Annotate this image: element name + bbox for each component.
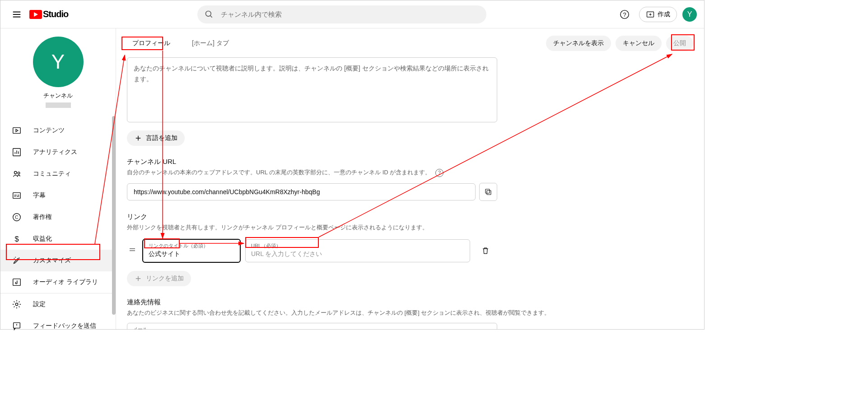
copyright-icon: C [11,212,22,223]
sidebar-item-settings[interactable]: 設定 [0,293,116,315]
logo-text: Studio [43,9,68,19]
monetization-icon: $ [11,233,22,244]
main-content: プロフィール [ホーム] タブ チャンネルを表示 キャンセル 公開 あなたのチャ… [116,28,704,329]
help-button[interactable]: ? [616,5,634,23]
hamburger-menu[interactable] [8,5,26,23]
copy-icon [484,188,492,196]
audio-library-icon [11,277,22,288]
sidebar-item-analytics[interactable]: アナリティクス [0,141,116,163]
sidebar-item-audio-library[interactable]: オーディオ ライブラリ [0,271,116,293]
svg-text:C: C [15,215,18,220]
search-box[interactable] [197,5,486,23]
customize-icon [11,255,22,266]
help-icon[interactable]: ? [435,169,443,177]
sidebar-item-customize[interactable]: カスタマイズ [0,250,116,271]
links-title: リンク [127,213,693,221]
link-url-placeholder: URL を入力してください [251,250,464,259]
link-title-value: 公式サイト [149,250,234,259]
svg-text:?: ? [623,11,626,18]
sidebar: Y チャンネル コンテンツ アナリティクス コミュニティ [0,28,116,329]
plus-icon [134,134,142,142]
contact-title: 連絡先情報 [127,298,693,307]
sidebar-item-feedback[interactable]: フィードバックを送信 [0,315,116,337]
create-label: 作成 [658,10,670,19]
svg-rect-4 [13,128,21,134]
cancel-button[interactable]: キャンセル [616,36,662,51]
view-channel-button[interactable]: チャンネルを表示 [546,36,611,51]
link-title-input[interactable]: リンクのタイトル（必須） 公式サイト [142,239,241,263]
channel-url-desc: 自分のチャンネルの本来のウェブアドレスです。URL の末尾の英数字部分に、一意の… [127,168,693,177]
create-icon [646,10,655,19]
trash-icon [481,246,490,255]
link-url-label: URL（必須） [251,242,464,249]
channel-url-title: チャンネル URL [127,158,693,166]
copy-url-button[interactable] [479,183,497,201]
svg-rect-14 [13,279,21,286]
tab-profile[interactable]: プロフィール [127,35,176,52]
gear-icon [11,299,22,310]
drag-handle-icon[interactable] [127,246,138,256]
add-language-button[interactable]: 言語を追加 [127,130,185,146]
feedback-icon [11,321,22,331]
content-icon [11,125,22,136]
analytics-icon [11,147,22,158]
contact-email-input[interactable]: メール メールアドレス [127,323,497,329]
svg-point-15 [15,303,18,306]
delete-link-button[interactable] [477,242,494,259]
community-icon [11,168,22,179]
svg-point-0 [206,11,211,16]
sidebar-item-content[interactable]: コンテンツ [0,120,116,141]
sidebar-item-subtitles[interactable]: 字幕 [0,185,116,206]
plus-icon [134,275,142,283]
svg-point-12 [14,258,15,259]
add-link-button[interactable]: リンクを追加 [127,271,191,286]
svg-rect-17 [487,191,491,195]
contact-desc: あなたのビジネスに関する問い合わせ先を記載してください。入力したメールアドレスは… [127,308,693,318]
link-title-label: リンクのタイトル（必須） [149,242,234,249]
publish-button[interactable]: 公開 [666,36,693,51]
sidebar-item-community[interactable]: コミュニティ [0,163,116,185]
search-icon [205,10,214,19]
youtube-icon [29,10,42,19]
svg-rect-18 [485,189,490,193]
description-placeholder: あなたのチャンネルについて視聴者に説明します。説明は、チャンネルの [概要] セ… [134,65,489,83]
svg-point-6 [14,172,17,174]
svg-rect-8 [13,193,21,199]
svg-point-7 [18,172,20,174]
svg-text:$: $ [14,235,19,243]
channel-label: チャンネル [0,92,116,100]
search-input[interactable] [221,10,479,18]
channel-name-redacted [46,102,71,108]
channel-url-value: https://www.youtube.com/channel/UCbpbNGu… [127,183,476,200]
create-button[interactable]: 作成 [639,7,677,22]
link-url-input[interactable]: URL（必須） URL を入力してください [245,239,470,262]
sidebar-item-monetization[interactable]: $ 収益化 [0,228,116,250]
studio-logo[interactable]: Studio [29,9,68,19]
subtitles-icon [11,190,22,201]
channel-description-input[interactable]: あなたのチャンネルについて視聴者に説明します。説明は、チャンネルの [概要] セ… [127,57,497,122]
account-avatar[interactable]: Y [682,7,697,22]
sidebar-scrollbar[interactable] [112,116,116,315]
links-desc: 外部リンクを視聴者と共有します。リンクがチャンネル プロフィールと概要ページに表… [127,223,693,233]
tab-home[interactable]: [ホーム] タブ [187,35,234,52]
svg-point-13 [15,257,16,258]
channel-avatar[interactable]: Y [33,37,84,87]
email-label: メール [133,326,491,329]
sidebar-item-copyright[interactable]: C 著作権 [0,206,116,228]
